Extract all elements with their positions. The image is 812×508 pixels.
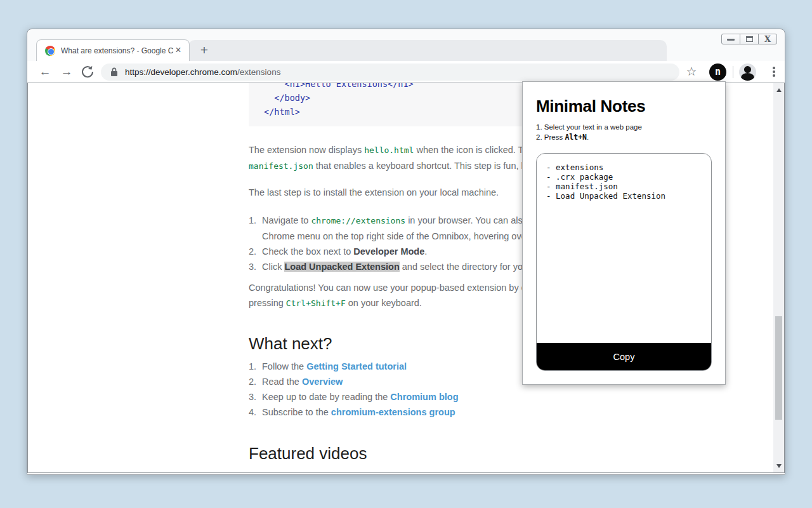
list-item: 1.Navigate to chrome://extensions in you… bbox=[249, 213, 544, 244]
text-line: Subscribe to the chromium-extensions gro… bbox=[262, 404, 459, 420]
text-line: Chrome menu on the top right side of the… bbox=[262, 229, 544, 244]
text-segment: pressing bbox=[249, 298, 286, 308]
tab-close-icon[interactable]: × bbox=[173, 44, 184, 56]
section-heading: Featured videos bbox=[249, 443, 367, 464]
text-line: The last step is to install the extensio… bbox=[249, 185, 499, 200]
reload-icon bbox=[80, 64, 95, 79]
popup-title: Minimal Notes bbox=[536, 97, 725, 116]
list-number: 4. bbox=[249, 404, 256, 420]
browser-toolbar: ← → https://developer.chrome.com/extensi… bbox=[27, 61, 785, 83]
avatar-head bbox=[744, 66, 751, 73]
bookmark-star-icon[interactable]: ☆ bbox=[683, 64, 700, 80]
text-segment: Chrome menu on the top right side of the… bbox=[262, 231, 532, 241]
text-segment: Alt+N bbox=[565, 133, 587, 142]
content-link[interactable]: Getting Started tutorial bbox=[306, 361, 407, 371]
minimize-icon bbox=[727, 39, 735, 41]
text-line: Click Load Unpacked Extension and select… bbox=[262, 259, 544, 274]
scroll-down-icon[interactable] bbox=[773, 460, 784, 471]
text-line: Check the box next to Developer Mode. bbox=[262, 244, 544, 259]
profile-avatar[interactable] bbox=[739, 64, 756, 81]
maximize-icon bbox=[746, 36, 753, 42]
text-line: The extension now displays hello.html wh… bbox=[249, 142, 539, 158]
reload-button[interactable] bbox=[80, 64, 95, 79]
back-button[interactable]: ← bbox=[37, 64, 53, 80]
close-button[interactable]: X bbox=[758, 34, 777, 44]
text-segment: . bbox=[424, 246, 427, 257]
text-line: manifest.json that enables a keyboard sh… bbox=[249, 158, 539, 174]
text-segment: Congratulations! You can now use your po… bbox=[249, 283, 539, 293]
text-line: pressing Ctrl+Shift+F on your keyboard. bbox=[249, 295, 539, 311]
text-segment: Navigate to bbox=[262, 215, 311, 225]
paragraph: The extension now displays hello.html wh… bbox=[249, 142, 539, 174]
list-number: 1. bbox=[249, 213, 256, 228]
notes-textarea[interactable]: - extensions - .crx package - manifest.j… bbox=[537, 154, 711, 343]
browser-tab[interactable]: What are extensions? - Google C × bbox=[36, 39, 190, 62]
new-tab-button[interactable]: + bbox=[196, 42, 213, 58]
minimal-notes-popup: Minimal Notes 1. Select your text in a w… bbox=[522, 81, 726, 385]
text-segment: Developer Mode bbox=[353, 246, 424, 257]
list-item: 4.Subscribe to the chromium-extensions g… bbox=[249, 404, 459, 420]
inline-code: Ctrl+Shift+F bbox=[286, 298, 346, 308]
paragraph: Congratulations! You can now use your po… bbox=[249, 280, 539, 311]
avatar-shoulders bbox=[741, 73, 754, 81]
content-link[interactable]: Overview bbox=[302, 377, 343, 387]
text-line: Navigate to chrome://extensions in your … bbox=[262, 213, 544, 229]
url-text: https://developer.chrome.com/extensions bbox=[125, 67, 280, 77]
list-number: 3. bbox=[249, 259, 256, 274]
copy-button[interactable]: Copy bbox=[537, 343, 711, 370]
text-segment: Click bbox=[262, 262, 284, 272]
content-link[interactable]: Chromium blog bbox=[390, 392, 458, 402]
list-item: 1.Follow the Getting Started tutorial bbox=[249, 359, 459, 374]
text-segment: Follow the bbox=[262, 361, 306, 371]
list-number: 3. bbox=[249, 389, 256, 404]
address-bar[interactable]: https://developer.chrome.com/extensions bbox=[101, 64, 679, 81]
list-number: 1. bbox=[249, 359, 256, 374]
minimal-notes-extension-icon[interactable]: n bbox=[709, 64, 726, 81]
text-line: Congratulations! You can now use your po… bbox=[249, 280, 539, 295]
text-line: Read the Overview bbox=[262, 374, 459, 389]
forward-button[interactable]: → bbox=[58, 64, 75, 80]
browser-menu-icon[interactable] bbox=[767, 65, 781, 79]
tab-strip-background bbox=[188, 40, 667, 61]
inline-code: manifest.json bbox=[249, 161, 313, 171]
scrollbar-thumb[interactable] bbox=[775, 316, 782, 420]
scroll-up-icon[interactable] bbox=[773, 84, 784, 95]
vertical-scrollbar[interactable] bbox=[773, 83, 784, 472]
ordered-list: 1.Navigate to chrome://extensions in you… bbox=[249, 213, 544, 274]
list-item: 2.Read the Overview bbox=[249, 374, 459, 389]
minimize-button[interactable] bbox=[721, 34, 740, 44]
url-path: /extensions bbox=[237, 67, 280, 77]
text-segment: on your keyboard. bbox=[346, 298, 422, 308]
text-segment: Read the bbox=[262, 377, 302, 387]
text-line: Follow the Getting Started tutorial bbox=[262, 359, 459, 374]
text-segment: The extension now displays bbox=[249, 145, 364, 155]
text-segment: in your browser. You can also a bbox=[405, 215, 535, 225]
text-segment: 1. Select your text in a web page bbox=[536, 123, 642, 131]
section-heading: What next? bbox=[249, 333, 332, 354]
text-line: 2. Press Alt+N. bbox=[536, 132, 725, 142]
list-item: 3.Click Load Unpacked Extension and sele… bbox=[249, 259, 544, 274]
text-segment: Check the box next to bbox=[262, 246, 353, 257]
notes-content: - extensions - .crx package - manifest.j… bbox=[537, 154, 711, 201]
url-host: https://developer.chrome.com bbox=[125, 67, 237, 77]
notes-panel: - extensions - .crx package - manifest.j… bbox=[536, 153, 712, 371]
text-segment: Load Unpacked Extension bbox=[284, 262, 399, 272]
text-segment: Keep up to date by reading the bbox=[262, 392, 390, 402]
text-segment: Subscribe to the bbox=[262, 407, 331, 417]
text-segment: 2. Press bbox=[536, 133, 565, 141]
text-line: Keep up to date by reading the Chromium … bbox=[262, 389, 459, 404]
toolbar-separator bbox=[733, 66, 733, 78]
inline-code: hello.html bbox=[364, 145, 414, 155]
window-controls: X bbox=[722, 34, 777, 44]
paragraph: The last step is to install the extensio… bbox=[249, 185, 499, 200]
text-line: 1. Select your text in a web page bbox=[536, 122, 725, 132]
text-segment: that enables a keyboard shortcut. This s… bbox=[313, 161, 534, 171]
text-segment: . bbox=[587, 133, 589, 141]
list-number: 2. bbox=[249, 244, 256, 259]
inline-code: chrome://extensions bbox=[311, 216, 405, 225]
tab-strip: What are extensions? - Google C × + X bbox=[27, 29, 785, 61]
content-link[interactable]: chromium-extensions group bbox=[331, 407, 455, 417]
list-number: 2. bbox=[249, 374, 256, 389]
maximize-button[interactable] bbox=[740, 34, 759, 44]
ordered-list: 1.Follow the Getting Started tutorial2.R… bbox=[249, 359, 459, 420]
